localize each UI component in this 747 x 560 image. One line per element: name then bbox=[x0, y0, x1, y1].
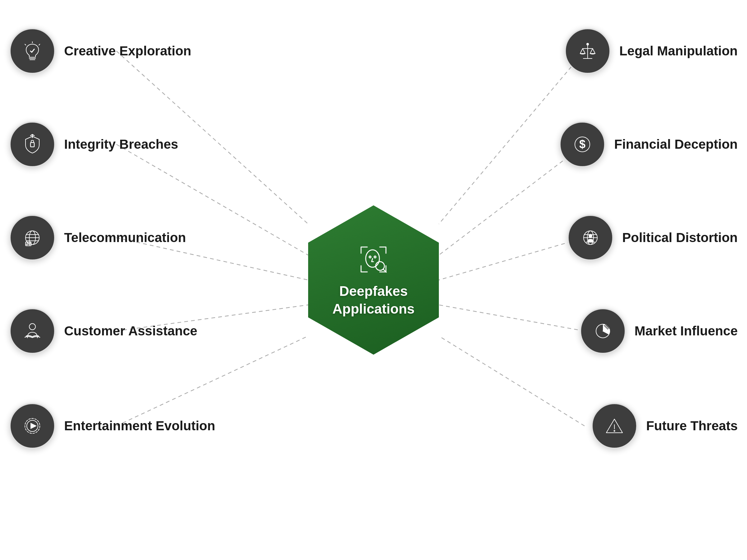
svg-point-12 bbox=[374, 256, 376, 258]
center-title-line1: Deepfakes bbox=[339, 284, 408, 299]
svg-marker-33 bbox=[30, 423, 37, 429]
node-financial-deception: $ Financial Deception bbox=[559, 121, 738, 167]
financial-deception-label: Financial Deception bbox=[614, 137, 738, 152]
telecommunication-circle bbox=[9, 215, 55, 261]
future-threats-label: Future Threats bbox=[646, 419, 738, 433]
svg-point-30 bbox=[29, 324, 35, 330]
integrity-breaches-label: Integrity Breaches bbox=[64, 137, 178, 152]
node-customer-assistance: Customer Assistance bbox=[9, 308, 197, 354]
warning-icon bbox=[603, 415, 626, 437]
customer-assistance-circle bbox=[9, 308, 55, 354]
node-future-threats: Future Threats bbox=[591, 403, 738, 449]
telecommunication-label: Telecommunication bbox=[64, 230, 186, 245]
svg-line-18 bbox=[25, 44, 26, 45]
node-integrity-breaches: Integrity Breaches bbox=[9, 121, 178, 167]
future-threats-circle bbox=[591, 403, 638, 449]
node-telecommunication: Telecommunication bbox=[9, 215, 186, 261]
market-influence-label: Market Influence bbox=[635, 324, 738, 339]
center-title-line2: Applications bbox=[332, 301, 415, 316]
svg-line-7 bbox=[439, 238, 585, 280]
svg-point-11 bbox=[369, 256, 371, 258]
node-market-influence: Market Influence bbox=[580, 308, 738, 354]
pie-chart-icon bbox=[592, 320, 614, 342]
svg-line-8 bbox=[439, 305, 585, 331]
node-political-distortion: Political Distortion bbox=[567, 215, 738, 261]
svg-line-9 bbox=[439, 336, 585, 426]
node-legal-manipulation: Legal Manipulation bbox=[565, 28, 738, 74]
integrity-breaches-circle bbox=[9, 121, 55, 167]
svg-rect-20 bbox=[30, 142, 34, 147]
svg-point-44 bbox=[589, 234, 592, 238]
svg-point-37 bbox=[587, 43, 589, 45]
dollar-icon: $ bbox=[571, 133, 594, 156]
svg-line-19 bbox=[39, 44, 40, 45]
entertainment-evolution-circle bbox=[9, 403, 55, 449]
globe-person-icon bbox=[579, 226, 602, 249]
lightbulb-icon bbox=[21, 40, 44, 62]
center-hexagon: Deepfakes Applications bbox=[308, 205, 439, 355]
creative-exploration-circle bbox=[9, 28, 55, 74]
market-influence-circle bbox=[580, 308, 626, 354]
entertainment-evolution-label: Entertainment Evolution bbox=[64, 419, 215, 433]
node-creative-exploration: Creative Exploration bbox=[9, 28, 191, 74]
scales-icon bbox=[576, 40, 599, 62]
play-icon bbox=[21, 415, 44, 437]
diagram-container: Deepfakes Applications Creative Explorat… bbox=[0, 0, 747, 560]
legal-manipulation-circle bbox=[565, 28, 611, 74]
political-distortion-label: Political Distortion bbox=[622, 230, 738, 245]
shield-icon bbox=[21, 133, 44, 156]
creative-exploration-label: Creative Exploration bbox=[64, 44, 191, 58]
financial-deception-circle: $ bbox=[559, 121, 606, 167]
legal-manipulation-label: Legal Manipulation bbox=[619, 44, 738, 58]
customer-assistance-label: Customer Assistance bbox=[64, 324, 197, 339]
node-entertainment-evolution: Entertainment Evolution bbox=[9, 403, 215, 449]
person-hand-icon bbox=[21, 320, 44, 342]
political-distortion-circle bbox=[567, 215, 614, 261]
globe-icon bbox=[21, 226, 44, 249]
svg-text:$: $ bbox=[579, 138, 586, 151]
svg-point-51 bbox=[614, 430, 615, 432]
